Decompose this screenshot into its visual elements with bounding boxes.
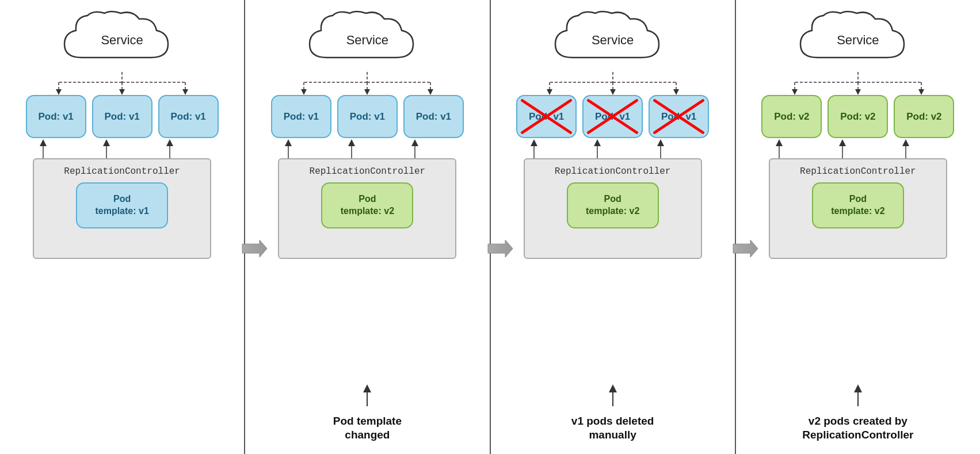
svg-marker-8: [182, 89, 188, 95]
pod-label: Pod: v1: [38, 111, 73, 123]
replication-controller-box: ReplicationControllerPod template: v2: [769, 158, 947, 259]
svg-marker-12: [103, 139, 110, 146]
svg-marker-30: [411, 139, 418, 146]
svg-marker-70: [839, 139, 846, 146]
svg-marker-6: [119, 89, 125, 95]
up-arrows: [745, 138, 971, 158]
svg-marker-66: [918, 89, 924, 95]
svg-marker-72: [902, 139, 909, 146]
panel-2: Service Pod: v1Pod: v1Pod: v1 Rep: [245, 0, 490, 454]
svg-marker-50: [531, 139, 537, 146]
pod-label: Pod: v1: [284, 111, 319, 123]
pod-box-1: Pod: v2: [761, 95, 822, 138]
service-label: Service: [101, 33, 143, 48]
svg-marker-20: [301, 89, 307, 95]
pod-box-2: Pod: v1: [337, 95, 398, 138]
caption-arrow-up: [849, 383, 867, 409]
svg-marker-32: [363, 384, 371, 392]
svg-marker-24: [428, 89, 433, 95]
pod-box-1: Pod: v1: [271, 95, 331, 138]
service-cloud: Service: [304, 9, 430, 72]
rc-label: ReplicationController: [555, 166, 671, 177]
svg-marker-74: [854, 384, 862, 392]
svg-marker-26: [285, 139, 292, 146]
svg-marker-42: [673, 89, 679, 95]
rc-label: ReplicationController: [64, 166, 180, 177]
service-label: Service: [837, 33, 879, 48]
panel-arrow-connector: [239, 237, 268, 262]
service-cloud: Service: [795, 9, 921, 72]
replication-controller-box: ReplicationControllerPod template: v1: [33, 158, 211, 259]
caption-arrow-up: [359, 383, 376, 409]
svg-marker-38: [547, 89, 552, 95]
pod-box-3: Pod: v1: [158, 95, 219, 138]
pod-template-box: Pod template: v2: [567, 182, 659, 228]
panel-caption: Pod template changed: [333, 409, 402, 442]
service-cloud: Service: [550, 9, 676, 72]
pod-label: Pod: v1: [104, 111, 139, 123]
pod-label: Pod: v2: [840, 111, 875, 123]
svg-marker-28: [348, 139, 355, 146]
dashed-connector-lines: [254, 72, 481, 95]
panel-4: Service Pod: v2Pod: v2Pod: v2 Rep: [736, 0, 980, 454]
panel-caption: v2 pods created by ReplicationController: [802, 409, 913, 442]
pod-box-3: Pod: v2: [894, 95, 954, 138]
pods-row: Pod: v1Pod: v1Pod: v1: [271, 95, 464, 138]
pod-label: Pod: v1: [416, 111, 451, 123]
replication-controller-box: ReplicationControllerPod template: v2: [278, 158, 456, 259]
svg-marker-10: [40, 139, 47, 146]
pods-row: Pod: v2Pod: v2Pod: v2: [761, 95, 954, 138]
pod-template-box: Pod template: v2: [812, 182, 904, 228]
svg-marker-22: [364, 89, 370, 95]
dashed-connector-lines: [499, 72, 726, 95]
pod-label: Pod: v1: [595, 111, 630, 123]
svg-marker-57: [733, 240, 758, 257]
svg-marker-4: [56, 89, 62, 95]
pod-label: Pod: v1: [529, 111, 564, 123]
pod-label: Pod: v2: [906, 111, 941, 123]
svg-marker-14: [166, 139, 173, 146]
pod-label: Pod: v1: [170, 111, 205, 123]
svg-marker-33: [488, 240, 513, 257]
rc-label: ReplicationController: [800, 166, 916, 177]
pod-box-3: Pod: v1: [403, 95, 464, 138]
panel-arrow-connector: [485, 237, 514, 262]
service-cloud: Service: [59, 9, 185, 72]
panel-arrow-connector: [730, 237, 759, 262]
up-arrows: [499, 138, 726, 158]
rc-label: ReplicationController: [310, 166, 426, 177]
dashed-connector-lines: [9, 72, 235, 95]
replication-controller-box: ReplicationControllerPod template: v2: [524, 158, 702, 259]
up-arrows: [9, 138, 235, 158]
svg-marker-15: [242, 240, 267, 257]
panel-3: Service Pod: v1 Pod: v1 Pod: v1: [491, 0, 736, 454]
pod-template-box: Pod template: v1: [76, 182, 168, 228]
pod-box-2: Pod: v2: [828, 95, 888, 138]
svg-marker-62: [792, 89, 798, 95]
pod-label: Pod: v1: [661, 111, 696, 123]
svg-marker-64: [855, 89, 861, 95]
diagram-container: Service Pod: v1Pod: v1Pod: v1 Rep: [0, 0, 980, 454]
pod-label: Pod: v1: [350, 111, 385, 123]
up-arrows: [254, 138, 481, 158]
panel-caption: v1 pods deleted manually: [571, 409, 654, 442]
pods-row: Pod: v1 Pod: v1 Pod: v1: [516, 95, 709, 138]
panel-1: Service Pod: v1Pod: v1Pod: v1 Rep: [0, 0, 245, 454]
caption-arrow-up: [604, 383, 621, 409]
service-label: Service: [346, 33, 388, 48]
pod-box-2: Pod: v1: [582, 95, 643, 138]
svg-marker-68: [776, 139, 783, 146]
pod-box-2: Pod: v1: [92, 95, 152, 138]
pods-row: Pod: v1Pod: v1Pod: v1: [26, 95, 219, 138]
svg-marker-54: [657, 139, 664, 146]
pod-label: Pod: v2: [774, 111, 809, 123]
pod-box-3: Pod: v1: [649, 95, 709, 138]
service-label: Service: [592, 33, 634, 48]
svg-marker-52: [594, 139, 601, 146]
dashed-connector-lines: [745, 72, 971, 95]
pod-box-1: Pod: v1: [26, 95, 86, 138]
pod-box-1: Pod: v1: [516, 95, 577, 138]
svg-marker-40: [610, 89, 616, 95]
svg-marker-56: [609, 384, 617, 392]
pod-template-box: Pod template: v2: [321, 182, 413, 228]
